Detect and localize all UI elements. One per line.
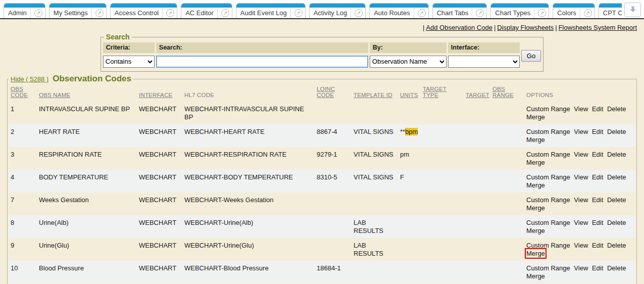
tab-my-settings[interactable]: My Settings↗ bbox=[49, 3, 107, 18]
delete-link[interactable]: Delete bbox=[607, 151, 626, 158]
tab-auto-routes[interactable]: Auto Routes↗ bbox=[369, 3, 429, 18]
edit-link[interactable]: Edit bbox=[592, 173, 603, 181]
view-link[interactable]: View bbox=[574, 173, 588, 181]
tab-audit-event-log[interactable]: Audit Event Log↗ bbox=[236, 3, 306, 18]
custom-range-link[interactable]: Custom Range bbox=[526, 219, 570, 226]
hl7-code-cell: WEBCHART-Blood Pressure bbox=[182, 261, 315, 283]
units-cell bbox=[398, 215, 421, 238]
delete-link[interactable]: Delete bbox=[607, 242, 626, 249]
display-flowsheets-link[interactable]: Display Flowsheets bbox=[497, 24, 554, 31]
edit-link[interactable]: Edit bbox=[592, 151, 603, 158]
obs-code-cell: 1 bbox=[9, 102, 37, 124]
add-observation-code-link[interactable]: Add Observation Code bbox=[426, 24, 492, 31]
edit-link[interactable]: Edit bbox=[592, 105, 603, 113]
merge-link[interactable]: Merge bbox=[526, 113, 545, 121]
open-new-window-icon[interactable]: ↗ bbox=[221, 9, 229, 17]
obs-name-cell: Blood Pressure bbox=[37, 261, 137, 283]
tab-overflow-button[interactable] bbox=[624, 3, 641, 17]
hide-count-link[interactable]: Hide ( 5288 ) bbox=[11, 75, 48, 83]
merge-link[interactable]: Merge bbox=[526, 159, 545, 166]
tab-label: Access Control bbox=[115, 9, 159, 17]
interface-select[interactable] bbox=[448, 56, 520, 68]
delete-link[interactable]: Delete bbox=[607, 196, 626, 204]
tab-label: Chart Tabs bbox=[437, 9, 469, 17]
open-new-window-icon[interactable]: ↗ bbox=[95, 9, 104, 17]
tab-activity-log[interactable]: Activity Log↗ bbox=[309, 3, 366, 18]
edit-link[interactable]: Edit bbox=[592, 196, 603, 204]
tab-colors[interactable]: Colors↗ bbox=[553, 3, 595, 18]
column-header-template-id: TEMPLATE ID bbox=[352, 84, 398, 102]
open-new-window-icon[interactable]: ↗ bbox=[34, 9, 42, 17]
custom-range-link[interactable]: Custom Range bbox=[526, 264, 570, 272]
tab-divider bbox=[414, 8, 414, 18]
sort-link[interactable]: TARGET TYPE bbox=[423, 86, 447, 98]
merge-link[interactable]: Merge bbox=[526, 136, 545, 144]
open-new-window-icon[interactable]: ↗ bbox=[584, 9, 592, 17]
target-cell bbox=[464, 147, 490, 170]
custom-range-link[interactable]: Custom Range bbox=[526, 196, 570, 204]
view-link[interactable]: View bbox=[574, 128, 588, 135]
flowsheets-system-report-link[interactable]: Flowsheets System Report bbox=[559, 24, 637, 31]
column-header-units: UNITS bbox=[398, 84, 421, 102]
tab-access-control[interactable]: Access Control↗ bbox=[110, 3, 177, 18]
column-header-obs-code: OBS CODE bbox=[9, 84, 37, 102]
sort-link[interactable]: OBS NAME bbox=[39, 92, 70, 98]
sort-link[interactable]: OBS CODE bbox=[11, 86, 28, 98]
sort-link[interactable]: TEMPLATE ID bbox=[354, 92, 392, 98]
custom-range-link[interactable]: Custom Range bbox=[526, 242, 570, 249]
view-link[interactable]: View bbox=[574, 151, 588, 158]
tab-admin[interactable]: Admin↗ bbox=[4, 3, 45, 18]
sort-link[interactable]: UNITS bbox=[400, 92, 418, 98]
tab-ac-editor[interactable]: AC Editor↗ bbox=[181, 3, 232, 18]
open-new-window-icon[interactable]: ↗ bbox=[418, 9, 426, 17]
go-button[interactable]: Go bbox=[521, 50, 541, 62]
delete-link[interactable]: Delete bbox=[607, 219, 626, 226]
tab-divider bbox=[162, 8, 163, 18]
by-select[interactable]: Observation Name bbox=[370, 56, 447, 68]
tab-chart-types[interactable]: Chart Types↗ bbox=[490, 3, 549, 18]
search-input[interactable] bbox=[156, 56, 368, 68]
view-link[interactable]: View bbox=[574, 219, 588, 226]
obs-range-cell bbox=[490, 261, 524, 283]
merge-link[interactable]: Merge bbox=[526, 272, 545, 280]
obs-range-cell bbox=[490, 170, 524, 193]
edit-link[interactable]: Edit bbox=[592, 219, 603, 226]
view-link[interactable]: View bbox=[574, 105, 588, 113]
view-link[interactable]: View bbox=[574, 264, 588, 272]
delete-link[interactable]: Delete bbox=[607, 173, 626, 181]
merge-link[interactable]: Merge bbox=[526, 250, 545, 257]
edit-link[interactable]: Edit bbox=[592, 128, 603, 135]
delete-link[interactable]: Delete bbox=[607, 264, 626, 272]
sort-link[interactable]: LOINC CODE bbox=[317, 86, 335, 98]
custom-range-link[interactable]: Custom Range bbox=[526, 105, 570, 113]
custom-range-link[interactable]: Custom Range bbox=[526, 173, 570, 181]
section-title: Observation Codes bbox=[53, 74, 131, 84]
loinc-code-cell bbox=[315, 238, 352, 261]
interface-cell: WEBCHART bbox=[137, 261, 182, 283]
open-new-window-icon[interactable]: ↗ bbox=[355, 9, 363, 17]
merge-link[interactable]: Merge bbox=[526, 227, 545, 234]
tab-cpt-codes[interactable]: CPT Codes↗ bbox=[599, 3, 622, 18]
delete-link[interactable]: Delete bbox=[607, 105, 626, 113]
merge-link[interactable]: Merge bbox=[526, 181, 545, 189]
sort-link[interactable]: TARGET bbox=[466, 92, 489, 98]
options-cell: Custom Range View Edit Delete Merge bbox=[524, 170, 635, 193]
view-link[interactable]: View bbox=[574, 242, 588, 249]
open-new-window-icon[interactable]: ↗ bbox=[294, 9, 303, 17]
view-link[interactable]: View bbox=[574, 196, 588, 204]
sort-link[interactable]: OBS RANGE bbox=[492, 86, 514, 98]
merge-link[interactable]: Merge bbox=[526, 204, 545, 212]
open-new-window-icon[interactable]: ↗ bbox=[476, 9, 484, 17]
tab-chart-tabs[interactable]: Chart Tabs↗ bbox=[432, 3, 487, 18]
edit-link[interactable]: Edit bbox=[592, 264, 603, 272]
custom-range-link[interactable]: Custom Range bbox=[526, 151, 570, 158]
tab-accent-bar bbox=[433, 4, 487, 8]
open-new-window-icon[interactable]: ↗ bbox=[166, 9, 174, 17]
custom-range-link[interactable]: Custom Range bbox=[526, 128, 570, 135]
edit-link[interactable]: Edit bbox=[592, 242, 603, 249]
delete-link[interactable]: Delete bbox=[607, 128, 626, 135]
open-new-window-icon[interactable]: ↗ bbox=[538, 9, 546, 17]
obs-range-cell bbox=[490, 102, 524, 124]
sort-link[interactable]: INTERFACE bbox=[139, 92, 172, 98]
criteria-select[interactable]: Contains bbox=[103, 56, 155, 68]
